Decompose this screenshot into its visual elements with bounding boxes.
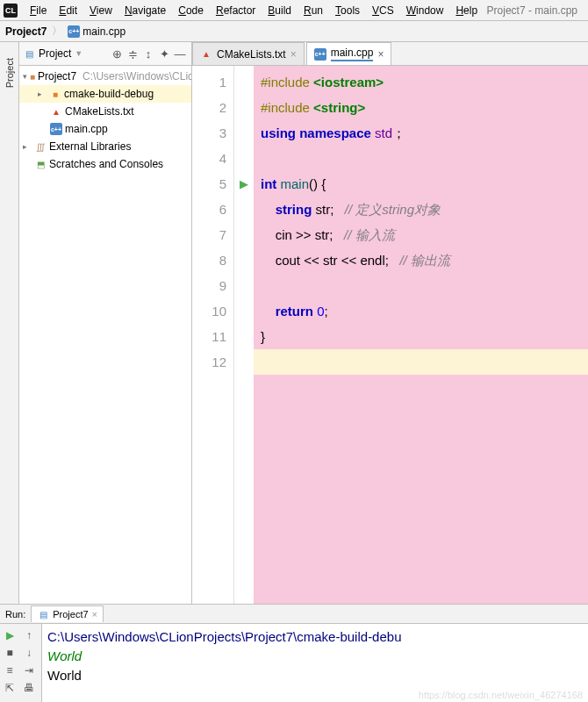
folder-icon: ■ [49,88,61,100]
editor-tabs: ▲ CMakeLists.txt × c++ main.cpp × [192,42,588,66]
menu-run[interactable]: Run [298,2,328,19]
run-pane-header: Run: ▤ Project7 × [0,605,588,624]
tree-file-cmakelists[interactable]: ▲ CMakeLists.txt [19,103,191,120]
folder-icon: ■ [30,70,35,82]
code-editor[interactable]: 123456789101112 ▶ #include <iostream>#in… [192,66,588,604]
breadcrumb-separator: 〉 [52,24,62,39]
menu-view[interactable]: View [84,2,118,19]
cmake-icon: ▲ [200,48,212,61]
menu-help[interactable]: Help [450,2,483,19]
menu-edit[interactable]: Edit [54,2,82,19]
tab-main-cpp[interactable]: c++ main.cpp × [306,42,392,65]
main-area: Project ▤ Project ▼ ⊕ ≑ ↕ ✦ — ▾ ■ Projec… [0,42,588,604]
menu-tools[interactable]: Tools [330,2,365,19]
cpp-icon: c++ [50,123,62,135]
window-title: Project7 - main.cpp [487,4,577,17]
down-button[interactable]: ↓ [21,645,37,661]
tree-external-libraries[interactable]: ▸ ∭ External Libraries [19,138,191,155]
collapse-button[interactable]: ↕ [140,46,156,61]
scratch-icon: ⬒ [34,158,47,170]
menu-build[interactable]: Build [262,2,297,19]
tree-root[interactable]: ▾ ■ Project7 C:\Users\Windows\CLic [19,68,191,85]
project-rail-button[interactable]: Project [4,58,15,88]
project-view-icon: ▤ [23,47,35,60]
up-button[interactable]: ↑ [21,627,37,643]
tab-cmakelists[interactable]: ▲ CMakeLists.txt × [192,42,305,65]
breadcrumb-file[interactable]: c++ main.cpp [68,25,125,38]
tree-file-main-cpp[interactable]: c++ main.cpp [19,120,191,138]
library-icon: ∭ [34,140,47,153]
left-tool-rail: Project [0,42,19,604]
app-icon: ▤ [37,608,49,620]
run-gutter: ▶ [234,66,254,604]
run-tab[interactable]: ▤ Project7 × [31,605,104,622]
locate-button[interactable]: ⊕ [109,46,125,61]
chevron-right-icon[interactable]: ▸ [38,90,47,98]
run-line-icon[interactable]: ▶ [240,177,248,190]
print-button[interactable]: 🖶 [21,680,37,696]
menu-window[interactable]: Window [401,2,449,19]
close-icon[interactable]: × [290,48,297,61]
cmake-icon: ▲ [50,105,62,118]
menu-file[interactable]: File [25,2,52,19]
chevron-right-icon[interactable]: ▸ [23,142,32,151]
console-output[interactable]: C:\Users\Windows\CLionProjects\Project7\… [42,624,588,702]
more-button[interactable]: ⇱ [2,680,18,696]
stop-button[interactable]: ■ [2,645,18,661]
tree-scratches[interactable]: ⬒ Scratches and Consoles [19,155,191,173]
menu-navigate[interactable]: Navigate [119,2,171,19]
project-pane-header: ▤ Project ▼ ⊕ ≑ ↕ ✦ — [19,42,191,66]
breadcrumb-project[interactable]: Project7 [5,25,47,38]
chevron-down-icon[interactable]: ▾ [23,72,27,81]
project-tree: ▾ ■ Project7 C:\Users\Windows\CLic ▸ ■ c… [19,66,191,604]
layout-button[interactable]: ≡ [2,663,18,678]
project-tool-window: ▤ Project ▼ ⊕ ≑ ↕ ✦ — ▾ ■ Project7 C:\Us… [19,42,192,604]
wrap-button[interactable]: ⇥ [21,663,37,678]
chevron-down-icon[interactable]: ▼ [75,49,82,58]
watermark: https://blog.csdn.net/weixin_46274168 [419,690,583,700]
cpp-icon: c++ [314,48,326,61]
run-label: Run: [5,609,25,620]
settings-icon[interactable]: ✦ [156,46,172,61]
project-pane-title[interactable]: Project [39,47,71,60]
editor-pane: ▲ CMakeLists.txt × c++ main.cpp × 123456… [192,42,588,604]
run-toolbar: ▶ ↑ ■ ↓ ≡ ⇥ ⇱ 🖶 [0,624,42,702]
rerun-button[interactable]: ▶ [2,627,18,643]
breadcrumb: Project7 〉 c++ main.cpp [0,21,588,42]
expand-button[interactable]: ≑ [125,46,140,61]
menu-refactor[interactable]: Refactor [211,2,261,19]
menu-code[interactable]: Code [173,2,209,19]
close-icon[interactable]: × [377,48,384,61]
run-tool-window: Run: ▤ Project7 × ▶ ↑ ■ ↓ ≡ ⇥ ⇱ 🖶 [0,604,588,702]
app-logo: CL [4,4,18,18]
tree-folder-cmake-build[interactable]: ▸ ■ cmake-build-debug [19,85,191,103]
close-icon[interactable]: × [92,609,97,620]
code-content[interactable]: #include <iostream>#include <string>usin… [254,66,588,604]
hide-button[interactable]: — [172,46,188,61]
menu-vcs[interactable]: VCS [367,2,399,19]
cpp-icon: c++ [68,25,80,38]
line-number-gutter: 123456789101112 [192,66,234,604]
menu-bar: CL FileEditViewNavigateCodeRefactorBuild… [0,0,588,21]
